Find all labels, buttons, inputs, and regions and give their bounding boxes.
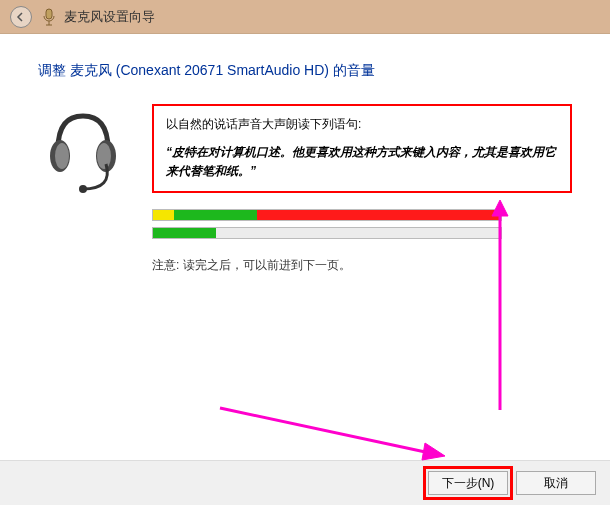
headset-icon (38, 104, 128, 194)
instruction-box: 以自然的说话声音大声朗读下列语句: “皮特在对计算机口述。他更喜欢用这种方式来键… (152, 104, 572, 193)
instruction-title: 以自然的说话声音大声朗读下列语句: (166, 116, 558, 133)
volume-meter-2 (152, 227, 502, 239)
meter1-red (257, 210, 501, 220)
instruction-quote: “皮特在对计算机口述。他更喜欢用这种方式来键入内容，尤其是喜欢用它来代替笔和纸。… (166, 143, 558, 181)
note-text: 注意: 读完之后，可以前进到下一页。 (152, 257, 572, 274)
svg-point-4 (55, 143, 69, 169)
svg-point-6 (97, 143, 111, 169)
svg-point-7 (79, 185, 87, 193)
page-heading: 调整 麦克风 (Conexant 20671 SmartAudio HD) 的音… (38, 62, 572, 80)
content-area: 调整 麦克风 (Conexant 20671 SmartAudio HD) 的音… (0, 34, 610, 460)
microphone-icon (42, 8, 56, 26)
meter1-yellow (153, 210, 174, 220)
meter2-green (153, 228, 216, 238)
svg-rect-0 (46, 9, 52, 19)
back-arrow-icon (15, 11, 27, 23)
cancel-button[interactable]: 取消 (516, 471, 596, 495)
titlebar: 麦克风设置向导 (0, 0, 610, 34)
meter2-empty (216, 228, 501, 238)
meter1-green (174, 210, 258, 220)
back-button[interactable] (10, 6, 32, 28)
footer: 下一步(N) 取消 (0, 460, 610, 505)
volume-meter-1 (152, 209, 502, 221)
next-button[interactable]: 下一步(N) (428, 471, 508, 495)
window-title: 麦克风设置向导 (64, 8, 155, 26)
